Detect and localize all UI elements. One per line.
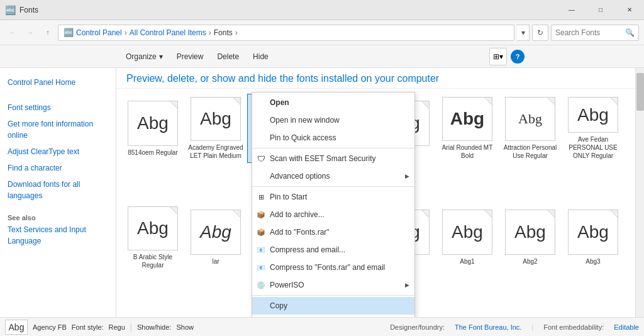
ctx-add-archive[interactable]: 📦 Add to archive... xyxy=(252,206,414,223)
delete-label: Delete xyxy=(217,52,239,61)
font-preview-arial-rounded: Abg xyxy=(442,97,492,141)
view-options-button[interactable]: ⊞▾ xyxy=(489,48,507,65)
font-item-arial-rounded[interactable]: Abg Arial Rounded MT Bold xyxy=(436,94,499,163)
font-item-lar2[interactable]: Abg lar xyxy=(184,203,247,272)
ctx-compress-email-label: Compress and email... xyxy=(270,245,345,254)
font-item-academy[interactable]: Abg Academy Engraved LET Plain Medium xyxy=(184,94,247,163)
pin-start-icon: ⊞ xyxy=(256,192,266,202)
font-preview-ave-fedan: Abg xyxy=(568,97,618,133)
font-preview-lar2: Abg xyxy=(191,210,241,255)
sidebar-home-link[interactable]: Control Panel Home xyxy=(0,74,116,91)
sidebar-more-info[interactable]: Get more font information online xyxy=(0,116,116,143)
status-font-style-value: Regu xyxy=(109,323,125,331)
ctx-pin-start-label: Pin to Start xyxy=(270,193,307,201)
status-font-style-label: Font style: xyxy=(72,323,104,331)
ctx-compress-rar-email[interactable]: 📧 Compress to "Fonts.rar" and email xyxy=(252,259,414,276)
delete-button[interactable]: Delete xyxy=(211,48,245,65)
breadcrumb-control-panel[interactable]: Control Panel xyxy=(76,28,122,37)
compress-email-icon: 📧 xyxy=(256,245,266,255)
address-dropdown[interactable]: ▾ xyxy=(517,25,530,41)
search-input[interactable] xyxy=(555,28,625,37)
sidebar-cleartype[interactable]: Adjust ClearType text xyxy=(0,143,116,160)
close-button[interactable]: ✕ xyxy=(615,0,644,20)
font-preview-8514oem: Abg xyxy=(128,101,178,146)
ctx-compress-rar-email-label: Compress to "Fonts.rar" and email xyxy=(270,263,385,272)
forward-button[interactable]: → xyxy=(23,25,38,40)
ctx-scan-eset[interactable]: 🛡 Scan with ESET Smart Security xyxy=(252,150,414,167)
status-right: Designer/foundry: The Font Bureau, Inc. … xyxy=(390,323,639,331)
font-item-attraction[interactable]: Abg Attraction Personal Use Regular xyxy=(499,94,562,163)
compress-rar-email-icon: 📧 xyxy=(256,262,266,272)
ctx-open-new-window[interactable]: Open in new window xyxy=(252,111,414,129)
status-designer-value: The Font Bureau, Inc. xyxy=(455,323,521,331)
font-item-row3-1[interactable]: Abg Abg1 xyxy=(436,203,499,272)
ctx-scan-eset-label: Scan with ESET Smart Security xyxy=(270,154,376,163)
ctx-copy[interactable]: Copy xyxy=(252,297,414,315)
rar-icon: 📦 xyxy=(256,227,266,237)
see-also-label: See also xyxy=(0,214,116,221)
ctx-poweriso[interactable]: 💿 PowerISO xyxy=(252,276,414,294)
ctx-compress-email[interactable]: 📧 Compress and email... xyxy=(252,241,414,259)
eset-icon: 🛡 xyxy=(256,154,266,164)
ctx-add-to-rar-label: Add to "Fonts.rar" xyxy=(270,228,330,237)
organize-label: Organize xyxy=(126,52,157,61)
address-bar: ← → ↑ 🔤 Control Panel › All Control Pane… xyxy=(0,20,644,45)
minimize-button[interactable]: — xyxy=(557,0,586,20)
organize-button[interactable]: Organize ▾ xyxy=(119,48,169,65)
font-item-b-arabic[interactable]: Abg B Arabic Style Regular xyxy=(121,203,184,272)
font-preview-attraction: Abg xyxy=(505,97,555,141)
help-button[interactable]: ? xyxy=(511,50,525,64)
sidebar-character[interactable]: Find a character xyxy=(0,160,116,176)
sidebar-font-settings[interactable]: Font settings xyxy=(0,99,116,116)
ctx-add-to-rar[interactable]: 📦 Add to "Fonts.rar" xyxy=(252,223,414,241)
font-preview-row3-1: Abg xyxy=(442,210,492,255)
font-item-8514oem[interactable]: Abg 8514oem Regular xyxy=(121,94,184,163)
up-button[interactable]: ↑ xyxy=(40,25,55,40)
hide-button[interactable]: Hide xyxy=(247,48,275,65)
ctx-pin-quick-access[interactable]: Pin to Quick access xyxy=(252,129,414,147)
status-embeddability-label: Font embeddability: xyxy=(543,323,604,331)
maximize-button[interactable]: □ xyxy=(586,0,615,20)
sidebar-text-services[interactable]: Text Services and Input Language xyxy=(0,221,116,249)
ctx-open[interactable]: Open xyxy=(252,94,414,111)
refresh-button[interactable]: ↻ xyxy=(532,25,548,41)
ctx-open-new-window-label: Open in new window xyxy=(270,116,340,125)
breadcrumb-fonts: Fonts xyxy=(214,28,233,37)
content-area: Preview, delete, or show and hide the fo… xyxy=(116,68,635,317)
organize-arrow-icon: ▾ xyxy=(159,52,163,61)
status-embeddability-value: Editable xyxy=(614,323,639,331)
font-item-row3-2[interactable]: Abg Abg2 xyxy=(499,203,562,272)
preview-button[interactable]: Preview xyxy=(170,48,210,65)
toolbar: Organize ▾ Preview Delete Hide ⊞▾ ? xyxy=(0,45,644,68)
font-item-ave-fedan[interactable]: Abg Ave Fedan PERSONAL USE ONLY Regular xyxy=(562,94,625,163)
title-controls: — □ ✕ xyxy=(557,0,644,20)
status-show-hide-value: Show xyxy=(176,323,194,331)
ctx-delete[interactable]: Delete xyxy=(252,315,414,317)
scrollbar xyxy=(635,68,644,317)
status-show-hide-label: Show/hide: xyxy=(137,323,171,331)
status-mini-font-preview: Abg xyxy=(5,320,28,335)
font-item-row3-3[interactable]: Abg Abg3 xyxy=(562,203,625,272)
ctx-pin-quick-access-label: Pin to Quick access xyxy=(270,133,336,142)
font-preview-row3-3: Abg xyxy=(568,210,618,255)
search-icon[interactable]: 🔍 xyxy=(625,28,635,37)
scrollbar-thumb[interactable] xyxy=(636,73,644,111)
status-font-name: Agency FB xyxy=(33,323,67,331)
status-preview: Abg Agency FB Font style: Regu | Show/hi… xyxy=(5,320,194,335)
sidebar-download-fonts[interactable]: Download fonts for all languages xyxy=(0,176,116,204)
ctx-sep-2 xyxy=(252,186,414,187)
ctx-advanced-options-label: Advanced options xyxy=(270,172,330,181)
ctx-sep-1 xyxy=(252,148,414,148)
ctx-sep-3 xyxy=(252,295,414,296)
breadcrumb-all-items[interactable]: All Control Panel Items xyxy=(130,28,206,37)
breadcrumb-icon: 🔤 xyxy=(64,28,74,37)
poweriso-icon: 💿 xyxy=(256,280,266,290)
font-name-academy: Academy Engraved LET Plain Medium xyxy=(187,143,244,160)
back-button[interactable]: ← xyxy=(5,25,20,40)
ctx-advanced-options[interactable]: Advanced options xyxy=(252,167,414,185)
font-preview-row3-2: Abg xyxy=(505,210,555,255)
sidebar-section: Font settings Get more font information … xyxy=(0,99,116,204)
ctx-open-label: Open xyxy=(270,98,289,107)
context-menu: Open Open in new window Pin to Quick acc… xyxy=(252,92,415,317)
ctx-pin-start[interactable]: ⊞ Pin to Start xyxy=(252,188,414,206)
